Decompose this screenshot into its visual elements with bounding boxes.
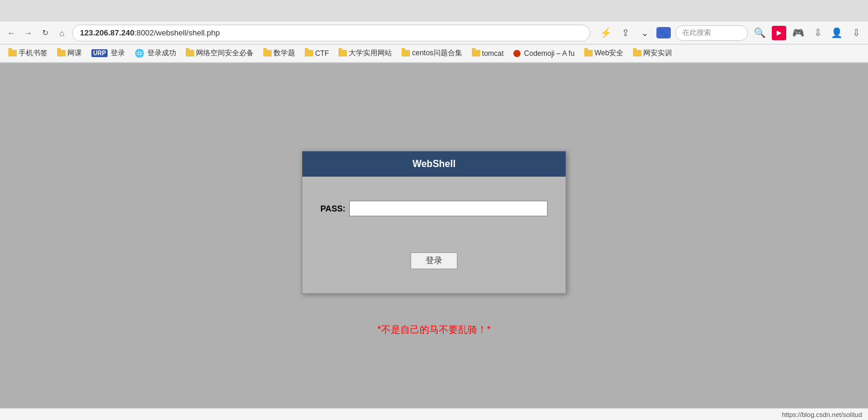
- search-box[interactable]: 在此搜索: [676, 25, 748, 41]
- bookmark-websec[interactable]: Web安全: [581, 47, 627, 59]
- bookmark-label: 大学实用网站: [349, 48, 392, 58]
- login-btn-row: 登录: [320, 252, 548, 269]
- bookmark-mobile[interactable]: 手机书签: [5, 47, 51, 59]
- url-bold-part: 123.206.87.240: [80, 28, 134, 37]
- bookmark-label: centos问题合集: [412, 48, 462, 58]
- toolbar-icons: ⚡ ⇪ ⌄ 🐾 在此搜索 🔍 ▶ 🎮 ⇩ 👤 ⇩: [599, 25, 863, 41]
- reload-button[interactable]: ↻: [38, 26, 52, 40]
- chevron-down-icon[interactable]: ⌄: [637, 26, 652, 40]
- globe-icon: 🌐: [135, 49, 144, 58]
- warning-text: *不是自己的马不要乱骑！*: [377, 324, 491, 336]
- bookmark-label: 手机书签: [19, 48, 47, 58]
- search-icon[interactable]: 🔍: [753, 26, 767, 40]
- bookmark-netsec[interactable]: 网安实训: [629, 47, 676, 59]
- folder-icon: [338, 50, 347, 56]
- bookmark-label: 登录成功: [147, 48, 176, 58]
- address-bar[interactable]: 123.206.87.240:8002/webshell/shell.php: [72, 25, 590, 41]
- back-button[interactable]: ←: [5, 26, 18, 40]
- search-placeholder: 在此搜索: [682, 28, 711, 38]
- bookmark-label: 网安实训: [643, 48, 672, 58]
- bookmark-ctf[interactable]: CTF: [301, 48, 332, 59]
- bookmark-centos[interactable]: centos问题合集: [398, 47, 465, 59]
- download-icon[interactable]: ⇩: [810, 26, 825, 40]
- folder-icon: [186, 50, 194, 56]
- bookmark-label: Codemoji – A fu: [524, 49, 575, 58]
- bookmark-label: 数学题: [274, 48, 295, 58]
- bookmark-wanke[interactable]: 网课: [53, 47, 85, 59]
- gamepad-icon[interactable]: 🎮: [791, 26, 805, 40]
- bookmark-math[interactable]: 数学题: [260, 47, 299, 59]
- pass-row: PASS:: [320, 201, 548, 216]
- video-icon[interactable]: ▶: [772, 26, 786, 40]
- tab-bar: [0, 0, 868, 22]
- url-text: 123.206.87.240:8002/webshell/shell.php: [80, 28, 582, 37]
- bookmark-label: Web安全: [594, 48, 623, 58]
- bookmark-label: 网络空间安全必备: [196, 48, 254, 58]
- bookmark-label: CTF: [315, 49, 329, 58]
- folder-icon: [584, 50, 593, 56]
- page-content: WebShell PASS: 登录 *不是自己的马不要乱骑！*: [0, 63, 868, 420]
- folder-icon: [8, 50, 17, 56]
- ext-icon[interactable]: ⇩: [849, 26, 863, 40]
- codemoji-icon: [513, 50, 521, 57]
- webshell-title: WebShell: [302, 151, 566, 177]
- bookmark-security[interactable]: 网络空间安全必备: [182, 47, 257, 59]
- person-icon[interactable]: 👤: [830, 26, 844, 40]
- status-bar: https://blog.csdn.net/solitud: [0, 408, 868, 420]
- folder-icon: [402, 50, 410, 56]
- bookmark-label: 网课: [67, 48, 82, 58]
- folder-icon: [633, 50, 641, 56]
- bookmark-codemoji[interactable]: Codemoji – A fu: [510, 48, 578, 59]
- bookmark-label: tomcat: [482, 49, 504, 58]
- webshell-dialog: WebShell PASS: 登录: [302, 151, 566, 294]
- bookmark-login-success[interactable]: 🌐 登录成功: [131, 47, 180, 59]
- folder-icon: [57, 50, 66, 56]
- bookmark-university[interactable]: 大学实用网站: [335, 47, 396, 59]
- urp-icon: URP: [91, 49, 108, 57]
- bookmark-tomcat[interactable]: tomcat: [468, 48, 507, 59]
- browser-controls: ← → ↻ ⌂ 123.206.87.240:8002/webshell/she…: [0, 22, 868, 44]
- lightning-icon[interactable]: ⚡: [599, 26, 613, 40]
- webshell-body: PASS: 登录: [302, 177, 566, 293]
- login-button[interactable]: 登录: [411, 252, 457, 269]
- bookmark-label: 登录: [111, 48, 125, 58]
- bookmark-login[interactable]: URP 登录: [88, 47, 129, 59]
- browser-logo: 🐾: [656, 27, 671, 38]
- folder-icon: [263, 50, 272, 56]
- status-url: https://blog.csdn.net/solitud: [782, 411, 862, 418]
- folder-icon: [305, 50, 313, 56]
- browser-chrome: ← → ↻ ⌂ 123.206.87.240:8002/webshell/she…: [0, 0, 868, 63]
- share-icon[interactable]: ⇪: [618, 26, 632, 40]
- pass-label: PASS:: [320, 204, 346, 213]
- bookmarks-bar: 手机书签 网课 URP 登录 🌐 登录成功 网络空间安全必备 数学题 CTF: [0, 44, 868, 62]
- home-button[interactable]: ⌂: [55, 26, 69, 40]
- url-rest-part: :8002/webshell/shell.php: [134, 28, 219, 37]
- pass-input[interactable]: [349, 201, 548, 216]
- folder-icon: [472, 50, 480, 56]
- forward-button[interactable]: →: [22, 26, 35, 40]
